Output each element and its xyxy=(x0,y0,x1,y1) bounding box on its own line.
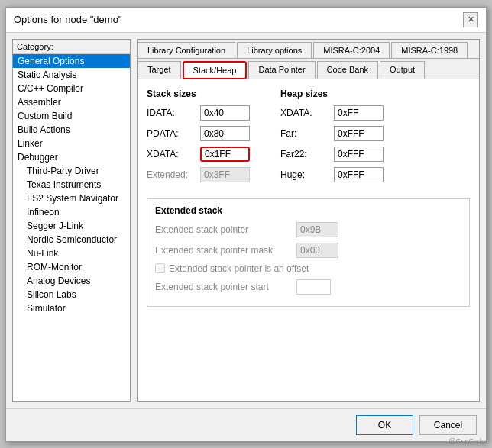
tab-misra-1998[interactable]: MISRA-C:1998 xyxy=(391,42,468,58)
idata-label: IDATA: xyxy=(147,108,200,118)
sidebar-item-rom-monitor[interactable]: ROM-Monitor xyxy=(13,260,130,274)
stack-start-label: Extended stack pointer start xyxy=(155,282,296,292)
sidebar-item-linker[interactable]: Linker xyxy=(13,137,130,150)
stack-heap-columns: Stack sizes IDATA: PDATA: XDATA: xyxy=(147,89,470,188)
field-extended: Extended: xyxy=(147,167,250,182)
cancel-button[interactable]: Cancel xyxy=(419,415,477,435)
xdata-input[interactable] xyxy=(200,147,250,162)
sidebar-item-texas-instruments[interactable]: Texas Instruments xyxy=(13,178,130,192)
field-far22: Far22: xyxy=(280,147,384,162)
tab-target[interactable]: Target xyxy=(138,61,181,79)
dialog-body: Category: General OptionsStatic Analysis… xyxy=(6,33,486,408)
far22-label: Far22: xyxy=(280,149,334,160)
extended-stack-section: Extended stack Extended stack pointer Ex… xyxy=(147,198,470,307)
sidebar-item-general-options[interactable]: General Options xyxy=(13,54,130,68)
huge-label: Huge: xyxy=(280,169,334,180)
field-xdata: XDATA: xyxy=(147,147,250,162)
extended-label: Extended: xyxy=(147,169,200,180)
options-dialog: Options for node "demo" ✕ Category: Gene… xyxy=(5,7,487,442)
category-list: General OptionsStatic AnalysisC/C++ Comp… xyxy=(13,54,130,401)
far-label: Far: xyxy=(280,128,334,139)
idata-input[interactable] xyxy=(200,105,250,121)
sidebar-item-analog-devices[interactable]: Analog Devices xyxy=(13,274,130,288)
sidebar-item-infineon[interactable]: Infineon xyxy=(13,205,130,219)
ok-button[interactable]: OK xyxy=(356,415,413,435)
sidebar-item-debugger[interactable]: Debugger xyxy=(13,150,130,164)
sidebar-item-cpp-compiler[interactable]: C/C++ Compiler xyxy=(13,82,130,95)
heap-sizes-section: Heap sizes XDATA: Far: Far22: xyxy=(280,89,384,188)
stack-mask-input xyxy=(296,243,338,258)
sidebar-item-fs2-system-navigator[interactable]: FS2 System Navigator xyxy=(13,192,130,205)
content-area: Stack sizes IDATA: PDATA: XDATA: xyxy=(138,79,479,401)
extended-stack-title: Extended stack xyxy=(155,205,461,216)
category-panel: Category: General OptionsStatic Analysis… xyxy=(12,39,131,402)
sidebar-item-nu-link[interactable]: Nu-Link xyxy=(13,247,130,260)
sidebar-item-simulator[interactable]: Simulator xyxy=(13,301,130,315)
title-bar: Options for node "demo" ✕ xyxy=(6,8,486,33)
stack-offset-label: Extended stack pointer is an offset xyxy=(169,263,309,274)
dialog-footer: OK Cancel xyxy=(6,408,486,441)
xdata-label: XDATA: xyxy=(147,149,200,160)
extended-input xyxy=(200,167,250,182)
tab-data-pointer[interactable]: Data Pointer xyxy=(248,61,315,79)
tab-stack-heap[interactable]: Stack/Heap xyxy=(183,61,248,79)
sidebar-item-third-party-driver[interactable]: Third-Party Driver xyxy=(13,164,130,178)
field-pdata: PDATA: xyxy=(147,126,250,141)
tab-library-config[interactable]: Library Configuration xyxy=(138,42,235,58)
tab-output[interactable]: Output xyxy=(380,61,425,79)
extended-stack-pointer-row: Extended stack pointer xyxy=(155,222,461,237)
far-input[interactable] xyxy=(334,126,384,141)
stack-pointer-input xyxy=(296,222,338,237)
sidebar-item-segger-jlink[interactable]: Segger J-Link xyxy=(13,219,130,233)
category-label: Category: xyxy=(13,40,130,54)
xdata-heap-label: XDATA: xyxy=(280,108,334,118)
stack-sizes-title: Stack sizes xyxy=(147,89,250,99)
stack-mask-label: Extended stack pointer mask: xyxy=(155,245,296,256)
extended-stack-mask-row: Extended stack pointer mask: xyxy=(155,243,461,258)
stack-start-row: Extended stack pointer start xyxy=(155,279,461,295)
close-button[interactable]: ✕ xyxy=(463,12,478,27)
watermark: @GenCoder xyxy=(448,437,487,445)
field-idata: IDATA: xyxy=(147,105,250,121)
pdata-label: PDATA: xyxy=(147,128,200,139)
stack-offset-checkbox[interactable] xyxy=(155,263,165,273)
heap-sizes-title: Heap sizes xyxy=(280,89,384,99)
sidebar-item-nordic-semiconductor[interactable]: Nordic Semiconductor xyxy=(13,233,130,247)
tab-misra-2004[interactable]: MISRA-C:2004 xyxy=(313,42,390,58)
tabs-row1: Library Configuration Library options MI… xyxy=(138,40,479,59)
stack-sizes-section: Stack sizes IDATA: PDATA: XDATA: xyxy=(147,89,250,188)
tab-library-options[interactable]: Library options xyxy=(237,42,312,58)
xdata-heap-input[interactable] xyxy=(334,105,384,121)
huge-input[interactable] xyxy=(334,167,384,182)
content-panel: Library Configuration Library options MI… xyxy=(137,39,480,402)
tab-code-bank[interactable]: Code Bank xyxy=(317,61,378,79)
stack-offset-row: Extended stack pointer is an offset xyxy=(155,263,461,274)
sidebar-item-static-analysis[interactable]: Static Analysis xyxy=(13,68,130,82)
sidebar-item-build-actions[interactable]: Build Actions xyxy=(13,123,130,137)
stack-start-input xyxy=(296,279,331,295)
field-huge: Huge: xyxy=(280,167,384,182)
tabs-row2: Target Stack/Heap Data Pointer Code Bank… xyxy=(138,59,479,79)
stack-pointer-label: Extended stack pointer xyxy=(155,224,296,235)
sidebar-item-silicon-labs[interactable]: Silicon Labs xyxy=(13,288,130,301)
sidebar-item-custom-build[interactable]: Custom Build xyxy=(13,109,130,123)
pdata-input[interactable] xyxy=(200,126,250,141)
far22-input[interactable] xyxy=(334,147,384,162)
field-far: Far: xyxy=(280,126,384,141)
sidebar-item-assembler[interactable]: Assembler xyxy=(13,95,130,109)
field-xdata-heap: XDATA: xyxy=(280,105,384,121)
dialog-title: Options for node "demo" xyxy=(14,14,121,25)
